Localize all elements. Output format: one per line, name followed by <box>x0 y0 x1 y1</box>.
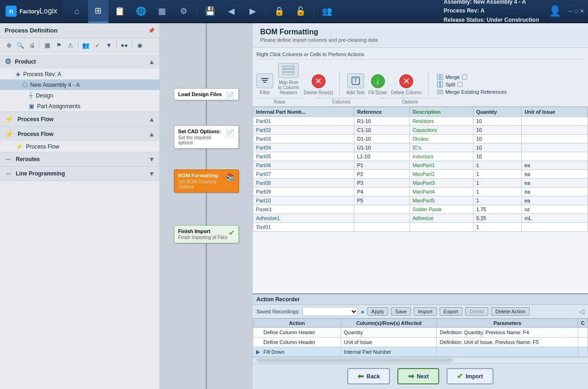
tree-item-part-assignments[interactable]: ▣ Part Assignments <box>0 101 160 111</box>
tree-item-design[interactable]: ┼ Design <box>0 90 160 101</box>
gear-icon[interactable]: ⚙ <box>173 0 194 23</box>
process-rev-value: A <box>480 7 485 14</box>
table-row[interactable]: Part10 P5 ManPart5 1 ea <box>253 196 588 205</box>
tree-item-process-rev[interactable]: ◈ Process Rev: A <box>0 69 160 79</box>
table-row[interactable]: Part04 U1-10 IC's 10 <box>253 143 588 152</box>
warning-icon[interactable]: ⚠ <box>65 40 76 50</box>
process-flow-2-header[interactable]: ⚡ Process Flow ▲ <box>0 127 160 141</box>
delete-col-label: Delete Column <box>391 90 422 95</box>
save-button[interactable]: Save <box>391 307 411 316</box>
node-bom-format[interactable]: 📚 BOM Formatting Set BOM Cleaning Option… <box>174 169 239 193</box>
split-label[interactable]: Split <box>445 82 455 87</box>
search-icon[interactable]: 🔍 <box>15 40 26 50</box>
th-unit-of-issue[interactable]: Unit of Issue <box>522 107 588 117</box>
users-icon[interactable]: 👥 <box>317 0 337 23</box>
table-row[interactable]: Tool01 1 <box>253 223 588 232</box>
recorder-collapse-icon[interactable]: ◁ <box>579 308 584 315</box>
import-recording-button[interactable]: Import <box>414 307 436 316</box>
table-row[interactable]: Part09 P4 ManPart4 1 ea <box>253 188 588 196</box>
table-row[interactable]: Part06 P1 ManPart1 1 ea <box>253 161 588 170</box>
people-icon[interactable]: 👥 <box>81 40 91 50</box>
recorder-row[interactable]: ▶ Fill Down Internal Part Number <box>253 347 588 357</box>
check-icon[interactable]: ✓ <box>92 40 102 50</box>
table-row[interactable]: Part07 P2 ManPart2 1 ea <box>253 170 588 179</box>
user-icon[interactable]: 👤 <box>544 0 565 23</box>
th-quantity[interactable]: Quantity <box>473 107 521 117</box>
pin-icon[interactable]: 📌 <box>148 27 155 34</box>
forward-nav-icon[interactable]: ▶ <box>243 0 263 23</box>
dots-icon[interactable]: ●● <box>119 40 129 50</box>
apply-button[interactable]: Apply <box>367 307 389 316</box>
merge-label[interactable]: Merge <box>445 74 460 80</box>
process-flow-1-header[interactable]: ⚡ Process Flow ▲ <box>0 112 160 126</box>
next-button[interactable]: ➡ Next <box>397 368 439 384</box>
tree-item-process-flow[interactable]: ⚡ Process Flow <box>0 141 160 152</box>
pf1-collapse-icon[interactable]: ▲ <box>148 116 155 123</box>
grid2-icon[interactable]: ▦ <box>42 40 52 50</box>
th-reference[interactable]: Reference <box>354 107 409 117</box>
recorder-row[interactable]: Define Column Header Quantity Definition… <box>253 328 588 337</box>
circle-icon[interactable]: ◉ <box>134 40 145 50</box>
table-row[interactable]: Part03 D1-10 Diodes 10 <box>253 135 588 143</box>
lock-icon[interactable]: 🔒 <box>269 0 289 23</box>
globe-icon[interactable]: 🌐 <box>131 0 151 23</box>
logo-n-icon: n <box>6 6 17 17</box>
table-row[interactable]: Part01 R1-10 Resistors 10 <box>253 117 588 126</box>
lp-collapse-icon[interactable]: ▼ <box>148 170 155 177</box>
flag-icon[interactable]: ⚑ <box>54 40 64 50</box>
bom-table-wrapper: Internal Part Numb... Reference Descript… <box>253 107 588 293</box>
table-row[interactable]: Part05 L1-10 Inductors 10 <box>253 152 588 161</box>
product-section-header[interactable]: ⚙ Product ▲ <box>0 54 160 69</box>
node-load-design[interactable]: 📄 Load Design Files <box>174 88 239 100</box>
merge-existing-label[interactable]: Merge Existing References <box>445 89 506 95</box>
topbar-icons: ⌂ ⊞ 📋 🌐 ▦ ⚙ 💾 ◀ ▶ 🔒 🔓 👥 <box>63 0 341 22</box>
th-part-number[interactable]: Internal Part Numb... <box>253 107 354 117</box>
back-nav-icon[interactable]: ◀ <box>221 0 242 23</box>
map-row-button[interactable] <box>278 63 299 78</box>
table-row[interactable]: Part02 C1-10 Capacitors 10 <box>253 126 588 135</box>
app-logo[interactable]: n FactoryLogix <box>0 0 63 22</box>
table-icon[interactable]: ▦ <box>152 0 173 23</box>
delete-action-button[interactable]: Delete Action <box>491 307 530 316</box>
reroutes-header[interactable]: ↔ Reroutes ▼ <box>0 152 160 166</box>
table-row[interactable]: Part08 P3 ManPart3 1 ea <box>253 179 588 188</box>
back-button[interactable]: ⬅ Back <box>347 368 390 384</box>
export-button[interactable]: Export <box>440 307 463 316</box>
pf2-collapse-icon[interactable]: ▲ <box>148 130 155 138</box>
row-expand-icon[interactable]: ▶ <box>256 349 260 355</box>
cell-desc: Solder Paste <box>409 205 473 214</box>
cell-desc: ManPart4 <box>409 188 473 196</box>
delete-col-button[interactable]: ✕ <box>399 74 413 88</box>
clipboard-icon[interactable]: 📋 <box>109 0 130 23</box>
node-finish-import[interactable]: ✔ Finish Import Finish Importing of File… <box>174 225 239 243</box>
unlock-icon[interactable]: 🔓 <box>290 0 311 23</box>
th-description[interactable]: Description <box>409 107 473 117</box>
fill-down-button[interactable]: ↓ <box>371 74 385 88</box>
add-text-button[interactable]: T <box>347 73 364 88</box>
node-set-cad[interactable]: 📄 Set CAD Options: Set the required opti… <box>174 125 239 149</box>
delete-row-button[interactable]: ✕ <box>312 74 326 88</box>
reroutes-collapse-icon[interactable]: ▼ <box>148 156 155 163</box>
grid-icon[interactable]: ⊞ <box>88 0 109 23</box>
recorder-row[interactable]: Define Column Header Unit of Issue Defin… <box>253 337 588 347</box>
filter-button[interactable] <box>256 73 273 88</box>
table-row[interactable]: Paste1 Solder Paste 1.75 oz <box>253 205 588 214</box>
line-prog-icon: ↔ <box>5 169 12 178</box>
h-scroll-bar[interactable] <box>253 357 588 363</box>
delete-button[interactable]: Delete <box>465 307 488 316</box>
minimize-button[interactable]: ─ <box>569 8 573 14</box>
restore-button[interactable]: □ <box>575 8 578 14</box>
tree-item-new-assembly[interactable]: ⬡ New Assembly 4 - A <box>0 79 160 90</box>
saved-recordings-select[interactable] <box>302 307 358 316</box>
filter2-icon[interactable]: ▼ <box>104 40 114 50</box>
close-button[interactable]: ✕ <box>580 8 584 14</box>
line-programming-header[interactable]: ↔ Line Programming ▼ <box>0 167 160 181</box>
product-collapse-icon[interactable]: ▲ <box>148 58 155 65</box>
home-icon[interactable]: ⌂ <box>67 0 87 23</box>
recorder-cell-params: Definition: Unit of Issue, Previous Name… <box>437 337 578 347</box>
add-icon[interactable]: ⊕ <box>4 40 14 50</box>
print-icon[interactable]: 🖨 <box>27 40 37 50</box>
import-button[interactable]: ✔ Import <box>447 368 493 384</box>
save-icon[interactable]: 💾 <box>200 0 220 23</box>
table-row[interactable]: Adhesive1 Adhesive 5.25 mL <box>253 214 588 223</box>
